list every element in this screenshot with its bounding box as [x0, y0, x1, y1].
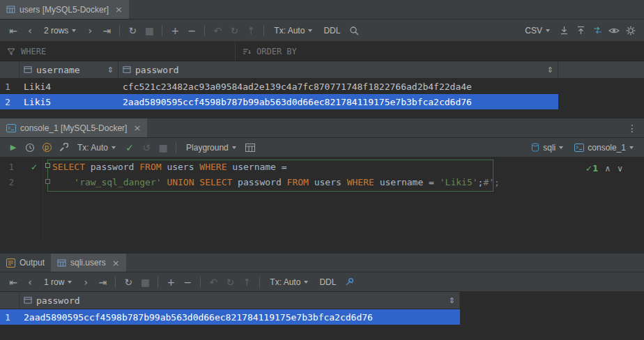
reload-icon[interactable]: ↻ — [125, 23, 140, 38]
grid-filter-bar: WHERE ORDER BY — [0, 42, 644, 61]
database-icon — [531, 143, 539, 152]
cell-password[interactable]: 2aad5890595ccf4598b787b99ab563d0d66ec821… — [20, 312, 460, 323]
bottom-filler — [0, 325, 644, 340]
cell-username[interactable]: Liki5 — [20, 97, 118, 107]
statement-marker-icon[interactable] — [45, 179, 50, 184]
cell-password[interactable]: 2aad5890595ccf4598b787b99ab563d0d66ec821… — [118, 97, 558, 107]
commit-check-icon[interactable]: ✓ — [122, 140, 137, 155]
next-page-button[interactable]: › — [78, 275, 93, 290]
divider — [176, 142, 176, 153]
view-options-eye-icon[interactable] — [606, 23, 622, 38]
where-filter-input[interactable]: WHERE — [0, 42, 236, 61]
database-selector-dropdown[interactable]: sqli — [526, 140, 568, 155]
grid-header-row: username ⇕ password ⇕ — [0, 61, 644, 79]
gear-icon[interactable] — [623, 23, 638, 38]
tab-result-sqli-users[interactable]: sqli.users × — [51, 254, 126, 272]
result-table-row-selected[interactable]: 1 2aad5890595ccf4598b787b99ab563d0d66ec8… — [0, 309, 460, 325]
page-size-dropdown[interactable]: 1 row — [39, 275, 77, 290]
in-editor-results-icon[interactable] — [243, 140, 258, 155]
chevron-down-icon — [629, 146, 634, 149]
export-download-icon[interactable] — [556, 23, 572, 38]
column-header-username[interactable]: username ⇕ — [20, 61, 118, 78]
execute-play-icon[interactable]: ▶ — [6, 140, 21, 155]
tab-title: users [MySQL5-Docker] — [20, 5, 109, 15]
last-page-button[interactable]: ⇥ — [99, 23, 114, 38]
execution-history-clock-icon[interactable] — [22, 140, 38, 155]
settings-wrench-icon[interactable] — [56, 140, 71, 155]
column-icon — [123, 65, 131, 74]
chevron-down-icon — [232, 146, 236, 149]
pin-tab-icon[interactable] — [342, 275, 358, 290]
panel-gap — [0, 109, 644, 118]
compare-icon[interactable] — [590, 23, 605, 38]
tx-mode-dropdown[interactable]: Tx: Auto — [265, 275, 313, 290]
tx-mode-dropdown[interactable]: Tx: Auto — [269, 23, 317, 38]
result-grid-header-row: password ⇕ — [0, 292, 460, 309]
console-selector-dropdown[interactable]: console_1 — [569, 140, 638, 155]
result-grid-toolbar: ⇤ ‹ 1 row › ⇥ ↻ ■ + − ↶ ↻ ↑ Tx: Auto DDL — [0, 272, 644, 292]
export-format-dropdown[interactable]: CSV — [520, 23, 555, 38]
tab-output[interactable]: Output — [0, 254, 51, 272]
profiler-icon[interactable]: p — [39, 140, 54, 155]
delete-row-button[interactable]: − — [180, 275, 195, 290]
last-page-button[interactable]: ⇥ — [95, 275, 110, 290]
delete-row-button[interactable]: − — [184, 23, 199, 38]
page-size-dropdown[interactable]: 2 rows — [39, 23, 81, 38]
search-icon[interactable] — [346, 23, 362, 38]
console-icon — [6, 124, 16, 132]
sort-icon[interactable]: ⇕ — [107, 65, 114, 75]
chevron-down-icon — [559, 146, 563, 149]
divider — [119, 25, 120, 36]
first-page-button[interactable]: ⇤ — [6, 275, 21, 290]
tab-title: sqli.users — [70, 258, 106, 268]
executed-ok-check-icon[interactable]: ✓ — [31, 160, 38, 175]
navigate-down-icon[interactable]: ∨ — [617, 161, 623, 176]
sql-editor[interactable]: 1 2 ✓ SELECT password FROM users WHERE u… — [0, 157, 644, 240]
rollback-icon: ↺ — [139, 140, 154, 155]
divider — [158, 277, 158, 288]
first-page-button[interactable]: ⇤ — [6, 23, 21, 38]
divider — [200, 277, 201, 288]
reload-icon[interactable]: ↻ — [121, 275, 136, 290]
code-line-1[interactable]: SELECT password FROM users WHERE usernam… — [52, 160, 287, 175]
sort-icon[interactable]: ⇕ — [449, 296, 455, 305]
import-upload-icon[interactable] — [573, 23, 588, 38]
playground-mode-dropdown[interactable]: Playground — [181, 140, 241, 155]
stop-icon: ■ — [137, 275, 153, 290]
next-page-button[interactable]: › — [82, 23, 98, 38]
navigate-up-icon[interactable]: ∧ — [604, 161, 611, 176]
add-row-button[interactable]: + — [167, 23, 183, 38]
cell-password[interactable]: cfc521c23482ac93a09584ad2e139c4a7fc87077… — [118, 82, 558, 92]
tx-mode-dropdown[interactable]: Tx: Auto — [72, 140, 121, 155]
close-icon[interactable]: × — [112, 258, 120, 268]
more-options-kebab-icon[interactable]: ⋮ — [620, 123, 644, 134]
sort-icon[interactable]: ⇕ — [547, 65, 553, 75]
divider — [115, 277, 116, 288]
console-toolbar: ▶ p Tx: Auto ✓ ↺ ■ Playground sqli conso… — [0, 138, 644, 157]
divider — [263, 25, 264, 36]
previous-page-button[interactable]: ‹ — [22, 275, 38, 290]
table-icon — [6, 5, 15, 14]
ddl-button[interactable]: DDL — [314, 275, 341, 290]
add-row-button[interactable]: + — [163, 275, 178, 290]
order-by-filter-input[interactable]: ORDER BY — [236, 42, 304, 61]
chevron-down-icon — [72, 29, 76, 32]
table-row[interactable]: 1 Liki4 cfc521c23482ac93a09584ad2e139c4a… — [0, 79, 558, 94]
grid-toolbar: ⇤ ‹ 2 rows › ⇥ ↻ ■ + − ↶ ↻ ↑ Tx: Auto DD… — [0, 20, 644, 42]
column-header-password[interactable]: password ⇕ — [118, 61, 558, 78]
previous-page-button[interactable]: ‹ — [22, 23, 38, 38]
code-line-2[interactable]: 'raw_sql_danger' UNION SELECT password F… — [52, 175, 500, 190]
tab-users-grid[interactable]: users [MySQL5-Docker] × — [0, 0, 129, 19]
tab-console-1[interactable]: console_1 [MySQL5-Docker] × — [0, 118, 147, 137]
statement-marker-icon[interactable] — [45, 163, 50, 168]
close-icon[interactable]: × — [115, 4, 123, 15]
row-number-gutter — [0, 61, 20, 78]
close-icon[interactable]: × — [133, 123, 141, 133]
ddl-button[interactable]: DDL — [319, 23, 345, 38]
submit-icon: ↑ — [243, 23, 259, 38]
divider — [204, 25, 205, 36]
table-icon — [57, 258, 66, 268]
cell-username[interactable]: Liki4 — [20, 82, 118, 92]
table-row-selected[interactable]: 2 Liki5 2aad5890595ccf4598b787b99ab563d0… — [0, 94, 558, 109]
column-header-password[interactable]: password ⇕ — [20, 292, 460, 309]
